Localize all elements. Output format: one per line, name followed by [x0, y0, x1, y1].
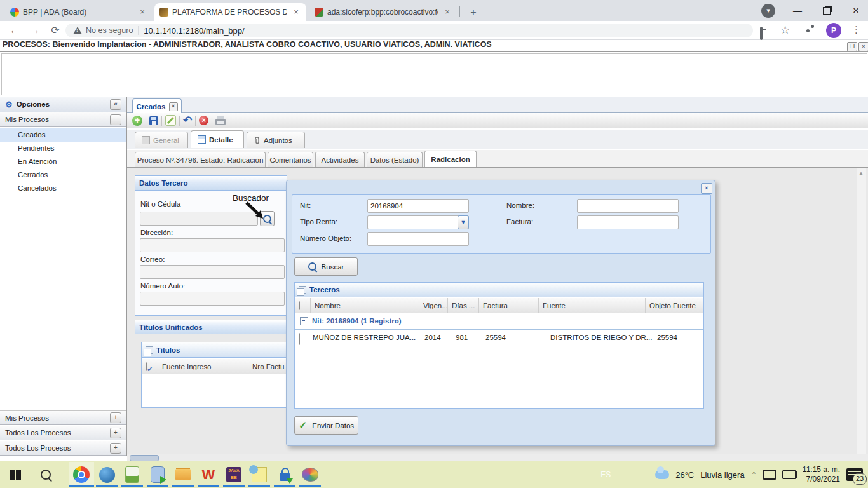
sidebar-item-cancelados[interactable]: Cancelados	[0, 182, 126, 195]
taskbar-chrome-icon[interactable]	[69, 462, 94, 487]
temperature[interactable]: 26°C	[675, 470, 694, 480]
expand-accordion-icon[interactable]: +	[110, 428, 121, 438]
window-minimize-button[interactable]: —	[783, 0, 812, 21]
start-button[interactable]	[3, 462, 28, 487]
browser-tab-sicoferp[interactable]: ada:sicoferp:bpp:cobrocoactivo:fo ×	[309, 3, 458, 21]
tab-adjuntos[interactable]: Adjuntos	[247, 132, 305, 148]
tray-chevron-icon[interactable]: ⌃	[751, 471, 757, 479]
collapse-accordion-icon[interactable]: −	[110, 114, 121, 125]
clock[interactable]: 11:15 a. m. 7/09/2021	[803, 465, 840, 484]
weather-icon[interactable]	[655, 470, 669, 479]
accordion-todos-procesos-1[interactable]: Todos Los Procesos +	[0, 426, 126, 440]
subtab-actividades[interactable]: Actividades	[315, 152, 365, 167]
edit-button[interactable]	[165, 115, 176, 126]
column-nro-factura[interactable]: Nro Factu	[248, 359, 287, 374]
taskbar-thunderbird-icon[interactable]	[94, 462, 119, 487]
nit-cedula-input[interactable]	[140, 212, 258, 226]
notification-center-icon[interactable]: 23	[846, 468, 863, 481]
select-all-checkbox[interactable]	[146, 362, 147, 371]
column-fuente-ingreso[interactable]: Fuente Ingreso	[158, 359, 248, 374]
buscar-button[interactable]: Buscar	[294, 257, 358, 276]
sidebar-item-pendientes[interactable]: Pendientes	[0, 142, 126, 155]
table-row[interactable]: MUÑOZ DE RESTREPO JUA... 2014 981 25594 …	[295, 330, 703, 346]
reload-icon[interactable]: ⟳	[48, 24, 62, 37]
taskbar-search-button[interactable]	[33, 462, 58, 487]
taskbar-editor-icon[interactable]	[119, 462, 145, 487]
select-all-checkbox[interactable]	[299, 301, 300, 310]
expand-accordion-icon[interactable]: +	[110, 412, 121, 423]
subtab-comentarios[interactable]: Comentarios	[268, 152, 313, 167]
column-fuente[interactable]: Fuente	[539, 298, 646, 313]
taskbar-javaee-icon[interactable]: JAVA EE	[221, 462, 247, 487]
taskbar-paint-icon[interactable]	[297, 462, 323, 487]
numero-auto-input[interactable]	[140, 292, 285, 306]
battery-icon[interactable]	[782, 470, 796, 479]
taskbar-notes-icon[interactable]	[247, 462, 272, 487]
add-button[interactable]: +	[132, 116, 142, 126]
url-text[interactable]: 10.1.140.1:2180/main_bpp/	[144, 26, 244, 36]
cancel-button[interactable]: ×	[199, 116, 208, 125]
not-secure-warning-icon[interactable]	[73, 27, 82, 34]
bookmark-star-icon[interactable]: ☆	[780, 24, 790, 37]
portal-restore-icon[interactable]: ❐	[847, 42, 857, 51]
collapse-sidebar-button[interactable]: «	[110, 99, 121, 110]
scroll-up-icon[interactable]: ▲	[858, 170, 864, 177]
back-icon[interactable]: ←	[8, 24, 22, 37]
taskbar-wps-icon[interactable]: W	[196, 462, 221, 487]
tab-close-icon[interactable]: ×	[137, 7, 147, 17]
factura-input[interactable]	[577, 215, 679, 229]
subtab-proceso[interactable]: Proceso Nº.34796. Estado: Radicacion	[135, 152, 266, 167]
portal-close-icon[interactable]: ×	[858, 42, 868, 51]
accordion-todos-procesos-2[interactable]: Todos Los Procesos +	[0, 441, 126, 456]
collapse-group-icon[interactable]	[300, 317, 308, 325]
combo-dropdown-icon[interactable]: ▼	[458, 215, 469, 229]
sidebar-item-cerrados[interactable]: Cerrados	[0, 168, 126, 182]
tab-close-icon[interactable]: ×	[442, 7, 452, 17]
window-close-button[interactable]: ×	[841, 0, 868, 21]
column-factura[interactable]: Factura	[479, 298, 539, 313]
sidebar-item-creados[interactable]: Creados	[0, 128, 126, 142]
row-checkbox[interactable]	[299, 333, 300, 345]
enviar-datos-button[interactable]: ✓ Enviar Datos	[294, 416, 358, 435]
sidebar-item-en-atencion[interactable]: En Atención	[0, 155, 126, 168]
column-vigencia[interactable]: Vigen...	[419, 298, 448, 313]
forward-icon[interactable]: →	[28, 24, 42, 37]
password-key-icon[interactable]	[760, 28, 763, 39]
chrome-menu-icon[interactable]: ⋮	[851, 24, 861, 36]
weather-text[interactable]: Lluvia ligera	[700, 470, 744, 480]
tab-general[interactable]: General	[135, 132, 188, 148]
subtab-datos-estado[interactable]: Datos (Estado)	[367, 152, 423, 167]
accordion-mis-procesos[interactable]: Mis Procesos −	[0, 112, 126, 127]
column-objeto-fuente[interactable]: Objeto Fuente	[646, 298, 703, 313]
group-row[interactable]: Nit: 20168904 (1 Registro)	[295, 313, 703, 330]
accordion-mis-procesos-bottom[interactable]: Mis Procesos +	[0, 410, 126, 425]
taskbar-lock-icon[interactable]	[272, 462, 297, 487]
expand-accordion-icon[interactable]: +	[110, 443, 121, 454]
browser-tab-bpp[interactable]: BPP | ADA (Board) ×	[5, 3, 153, 21]
nombre-input[interactable]	[577, 199, 679, 213]
nit-input[interactable]: 20168904	[367, 199, 469, 213]
tab-close-icon[interactable]: ×	[291, 7, 301, 17]
column-dias[interactable]: Días ...	[448, 298, 479, 313]
tab-close-icon[interactable]: ×	[169, 102, 178, 111]
browser-tab-plataforma[interactable]: PLATAFORMA DE PROCESOS DE ×	[154, 3, 306, 21]
numero-objeto-input[interactable]	[367, 232, 469, 246]
taskbar-database-icon[interactable]	[145, 462, 170, 487]
tab-detalle[interactable]: Detalle	[191, 130, 244, 148]
direccion-input[interactable]	[140, 238, 285, 252]
column-nombre[interactable]: Nombre	[311, 298, 419, 313]
save-button[interactable]	[149, 116, 158, 125]
correo-input[interactable]	[140, 265, 285, 279]
tipo-renta-combo[interactable]	[367, 215, 469, 229]
network-icon[interactable]	[763, 470, 776, 480]
omnibox[interactable]: No es seguro 10.1.140.1:2180/main_bpp/	[65, 24, 753, 37]
tab-creados[interactable]: Creados ×	[132, 98, 182, 114]
language-indicator[interactable]: ES	[600, 470, 611, 479]
vertical-scrollbar[interactable]	[857, 168, 866, 454]
print-button[interactable]	[215, 119, 226, 125]
chrome-update-icon[interactable]: ▾	[754, 0, 783, 21]
modal-close-icon[interactable]: ×	[701, 183, 712, 194]
subtab-radicacion[interactable]: Radicacion	[424, 151, 477, 167]
window-restore-button[interactable]	[812, 0, 841, 21]
profile-avatar[interactable]: P	[826, 23, 841, 38]
